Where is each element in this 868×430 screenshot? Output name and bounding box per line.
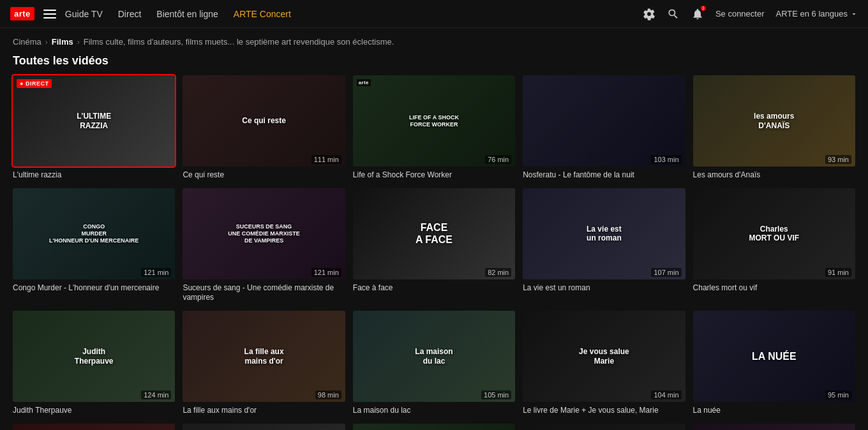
thumb-bg-valse: UNE VALSE DANS LES ALLÉES	[353, 424, 515, 430]
video-title-judith: Judith Therpauve	[13, 406, 175, 416]
connect-button[interactable]: Se connecter	[715, 9, 765, 19]
section-title: Toutes les vidéos	[0, 50, 868, 75]
thumb-wrapper-face: FACE A FACE82 min	[353, 188, 515, 279]
video-card-anais[interactable]: les amours D'ANAÏS93 minLes amours d'Ana…	[693, 75, 855, 181]
nav-guide-tv[interactable]: Guide TV	[65, 9, 103, 19]
thumb-bg-maison: La maison du lac	[353, 311, 515, 402]
thumb-bg-joue: JOUE-LA COMME BECKHAM	[13, 424, 175, 430]
duration-vie: 107 min	[651, 268, 681, 277]
video-card-razzia[interactable]: L'ULTIME RAZZIA● DIRECTL'ultime razzia	[13, 75, 175, 181]
video-title-congo: Congo Murder - L'honneur d'un mercenaire	[13, 283, 175, 293]
breadcrumb-cinema[interactable]: Cinéma	[13, 37, 41, 47]
video-title-face: Face à face	[353, 283, 515, 293]
video-card-vie[interactable]: La vie est un roman107 minLa vie est un …	[523, 188, 685, 303]
video-card-suceurs[interactable]: SUCEURS DE SANG UNE COMÉDIE MARXISTE DE …	[183, 188, 345, 303]
thumb-text-nosferatu	[601, 119, 606, 124]
notification-icon[interactable]: 1	[691, 8, 704, 20]
thumb-bg-marie: Je vous salue Marie	[523, 311, 685, 402]
thumb-wrapper-valse: UNE VALSE DANS LES ALLÉES116 min	[353, 424, 515, 430]
arte-watermark: arte	[357, 79, 371, 86]
thumb-text-charles: Charles MORT OU VIF	[746, 222, 802, 246]
breadcrumb: Cinéma › Films › Films culte, films d'au…	[0, 28, 868, 50]
duration-nuee: 95 min	[825, 390, 851, 399]
thumb-bg-razzia: L'ULTIME RAZZIA	[13, 75, 175, 167]
video-title-charles: Charles mort ou vif	[693, 283, 855, 293]
video-card-berlin[interactable]: BERLIN ALEXANDERPLATZ171 minBerlin Alexa…	[523, 424, 685, 430]
video-card-congo[interactable]: CONGO MURDER L'HONNEUR D'UN MERCENAIRE12…	[13, 188, 175, 303]
video-card-racket[interactable]: RACKET110 minRacket	[183, 424, 345, 430]
video-title-shock: Life of a Shock Force Worker	[353, 170, 515, 181]
thumb-bg-charles: Charles MORT OU VIF	[693, 188, 855, 279]
video-card-shock[interactable]: LIFE OF A SHOCK FORCE WORKERarte76 minLi…	[353, 75, 515, 181]
video-title-nosferatu: Nosferatu - Le fantôme de la nuit	[523, 170, 685, 181]
nav-right: 1 Se connecter ARTE en 6 langues	[643, 8, 858, 20]
thumb-bg-racket: RACKET	[183, 424, 345, 430]
thumb-wrapper-marie: Je vous salue Marie104 min	[523, 311, 685, 402]
video-card-night[interactable]: NIGHT ON EARTH123 minNight on Earth	[693, 424, 855, 430]
thumb-text-face: FACE A FACE	[413, 219, 455, 248]
thumb-wrapper-razzia: L'ULTIME RAZZIA● DIRECT	[13, 75, 175, 167]
duration-charles: 91 min	[825, 268, 851, 277]
thumb-bg-night: NIGHT ON EARTH	[693, 424, 855, 430]
hamburger-menu[interactable]	[43, 10, 56, 19]
nav-arte-concert[interactable]: ARTE Concert	[234, 9, 291, 19]
nav-direct[interactable]: Direct	[118, 9, 142, 19]
arte-logo[interactable]: arte	[10, 7, 34, 20]
duration-anais: 93 min	[825, 155, 851, 164]
thumb-wrapper-maison: La maison du lac105 min	[353, 311, 515, 402]
thumb-wrapper-berlin: BERLIN ALEXANDERPLATZ171 min	[523, 424, 685, 430]
thumb-wrapper-anais: les amours D'ANAÏS93 min	[693, 75, 855, 167]
video-grid: L'ULTIME RAZZIA● DIRECTL'ultime razziaCe…	[0, 75, 868, 430]
thumb-wrapper-cereste: Ce qui reste111 min	[183, 75, 345, 167]
breadcrumb-sep1: ›	[45, 38, 48, 47]
duration-fille: 98 min	[315, 390, 341, 399]
thumb-wrapper-judith: Judith Therpauve124 min	[13, 311, 175, 402]
thumb-bg-anais: les amours D'ANAÏS	[693, 75, 855, 167]
breadcrumb-description: Films culte, films d'auteurs, films muet…	[84, 37, 394, 47]
thumb-bg-vie: La vie est un roman	[523, 188, 685, 279]
thumb-wrapper-congo: CONGO MURDER L'HONNEUR D'UN MERCENAIRE12…	[13, 188, 175, 279]
duration-suceurs: 121 min	[311, 268, 341, 277]
nav-bientot[interactable]: Bientôt en ligne	[156, 9, 218, 19]
duration-judith: 124 min	[141, 390, 171, 399]
video-card-marie[interactable]: Je vous salue Marie104 minLe livre de Ma…	[523, 311, 685, 416]
search-icon[interactable]	[667, 8, 680, 20]
thumb-bg-congo: CONGO MURDER L'HONNEUR D'UN MERCENAIRE	[13, 188, 175, 279]
thumb-text-fille: La fille aux mains d'or	[242, 345, 287, 368]
video-card-charles[interactable]: Charles MORT OU VIF91 minCharles mort ou…	[693, 188, 855, 303]
video-title-vie: La vie est un roman	[523, 283, 685, 293]
thumb-bg-suceurs: SUCEURS DE SANG UNE COMÉDIE MARXISTE DE …	[183, 188, 345, 279]
thumb-text-cereste: Ce qui reste	[239, 114, 288, 128]
thumb-bg-berlin: BERLIN ALEXANDERPLATZ	[523, 424, 685, 430]
thumb-bg-nosferatu	[523, 75, 685, 167]
duration-nosferatu: 103 min	[651, 155, 681, 164]
video-card-nosferatu[interactable]: 103 minNosferatu - Le fantôme de la nuit	[523, 75, 685, 181]
thumb-bg-nuee: LA NUÉE	[693, 311, 855, 402]
thumb-text-suceurs: SUCEURS DE SANG UNE COMÉDIE MARXISTE DE …	[225, 221, 303, 246]
video-card-face[interactable]: FACE A FACE82 minFace à face	[353, 188, 515, 303]
thumb-text-judith: Judith Therpauve	[72, 345, 116, 368]
video-title-cereste: Ce qui reste	[183, 170, 345, 181]
thumb-wrapper-racket: RACKET110 min	[183, 424, 345, 430]
video-title-suceurs: Suceurs de sang - Une comédie marxiste d…	[183, 283, 345, 303]
video-card-cereste[interactable]: Ce qui reste111 minCe qui reste	[183, 75, 345, 181]
video-card-valse[interactable]: UNE VALSE DANS LES ALLÉES116 minUne vals…	[353, 424, 515, 430]
thumb-wrapper-nosferatu: 103 min	[523, 75, 685, 167]
video-title-anais: Les amours d'Anaïs	[693, 170, 855, 181]
thumb-text-anais: les amours D'ANAÏS	[751, 109, 797, 133]
video-card-maison[interactable]: La maison du lac105 minLa maison du lac	[353, 311, 515, 416]
video-card-nuee[interactable]: LA NUÉE95 minLa nuée	[693, 311, 855, 416]
duration-maison: 105 min	[481, 390, 511, 399]
video-card-judith[interactable]: Judith Therpauve124 minJudith Therpauve	[13, 311, 175, 416]
language-selector[interactable]: ARTE en 6 langues	[776, 9, 858, 19]
navbar: arte Guide TV Direct Bientôt en ligne AR…	[0, 0, 868, 28]
video-card-joue[interactable]: JOUE-LA COMME BECKHAM106 minJoue-la comm…	[13, 424, 175, 430]
video-title-marie: Le livre de Marie + Je vous salue, Marie	[523, 406, 685, 416]
duration-face: 82 min	[485, 268, 511, 277]
settings-icon[interactable]	[643, 8, 655, 20]
thumb-wrapper-shock: LIFE OF A SHOCK FORCE WORKERarte76 min	[353, 75, 515, 167]
thumb-text-vie: La vie est un roman	[584, 222, 624, 246]
video-title-fille: La fille aux mains d'or	[183, 406, 345, 416]
thumb-text-maison: La maison du lac	[412, 345, 455, 368]
video-card-fille[interactable]: La fille aux mains d'or98 minLa fille au…	[183, 311, 345, 416]
